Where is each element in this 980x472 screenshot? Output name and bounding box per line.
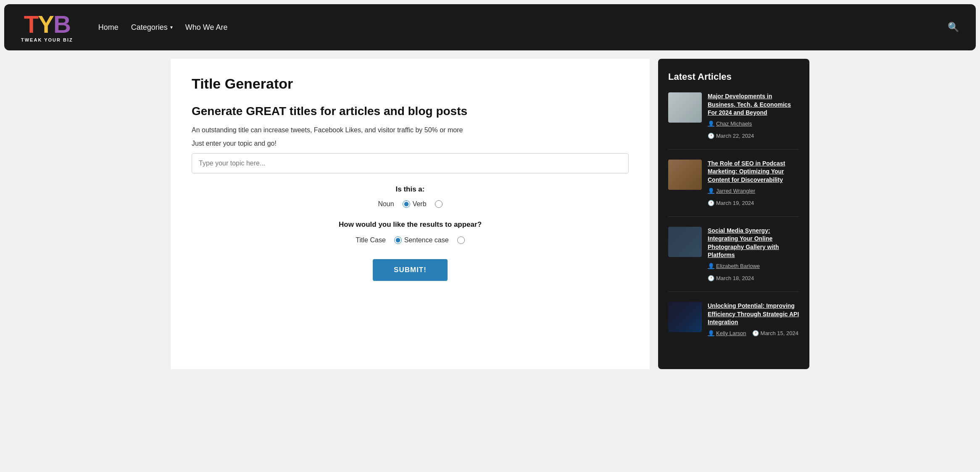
clock-icon: 🕐 xyxy=(752,330,759,336)
article-title-link[interactable]: Social Media Synergy: Integrating Your O… xyxy=(708,227,799,260)
article-thumbnail xyxy=(668,160,702,190)
article-meta: 👤 Chaz Michaels 🕐 March 22, 2024 xyxy=(708,121,799,139)
article-date: 🕐 March 22, 2024 xyxy=(708,133,754,139)
person-icon: 👤 xyxy=(708,263,714,269)
noun-label: Noun xyxy=(378,200,394,208)
sidebar-title: Latest Articles xyxy=(668,71,799,82)
clock-icon: 🕐 xyxy=(708,133,714,139)
description-2: Just enter your topic and go! xyxy=(192,140,629,147)
noun-verb-question: Is this a: xyxy=(192,185,629,194)
article-date: 🕐 March 19, 2024 xyxy=(708,200,754,206)
page-title: Title Generator xyxy=(192,76,629,92)
title-case-radio[interactable] xyxy=(457,236,465,244)
article-info: The Role of SEO in Podcast Marketing: Op… xyxy=(708,160,799,206)
submit-button[interactable]: SUBMIT! xyxy=(373,259,448,281)
clock-icon: 🕐 xyxy=(708,275,714,281)
clock-icon: 🕐 xyxy=(708,200,714,206)
logo-letters: TYB xyxy=(24,12,70,37)
noun-verb-radio-group: Noun Verb xyxy=(192,200,629,208)
noun-radio-input[interactable] xyxy=(435,200,443,208)
description-1: An outstanding title can increase tweets… xyxy=(192,126,629,134)
article-date: 🕐 March 15, 2024 xyxy=(752,330,798,336)
main-nav: Home Categories ▾ Who We Are xyxy=(98,23,228,32)
article-meta: 👤 Kelly Larson 🕐 March 15, 2024 xyxy=(708,330,799,336)
noun-radio-label[interactable]: Noun xyxy=(378,200,394,208)
nav-categories-label: Categories xyxy=(131,23,168,32)
sidebar: Latest Articles Major Developments in Bu… xyxy=(658,59,809,369)
logo-subtitle: TWEAK YOUR BIZ xyxy=(21,37,73,42)
topic-input[interactable] xyxy=(192,153,629,173)
sentence-case-radio[interactable] xyxy=(394,236,402,244)
chevron-down-icon: ▾ xyxy=(170,24,173,30)
nav-who-we-are[interactable]: Who We Are xyxy=(185,23,228,32)
title-case-text: Title Case xyxy=(356,236,385,244)
person-icon: 👤 xyxy=(708,188,714,194)
verb-radio-input[interactable] xyxy=(403,200,410,208)
article-info: Social Media Synergy: Integrating Your O… xyxy=(708,227,799,281)
sentence-case-label[interactable]: Sentence case xyxy=(394,236,449,244)
article-author[interactable]: 👤 Elizabeth Barlowe xyxy=(708,263,760,269)
person-icon: 👤 xyxy=(708,330,714,336)
article-item: Major Developments in Business, Tech, & … xyxy=(668,92,799,149)
header-left: TYB TWEAK YOUR BIZ Home Categories ▾ Who… xyxy=(21,12,228,42)
article-meta: 👤 Elizabeth Barlowe 🕐 March 18, 2024 xyxy=(708,263,799,281)
article-author[interactable]: 👤 Kelly Larson xyxy=(708,330,746,336)
article-author[interactable]: 👤 Chaz Michaels xyxy=(708,121,752,127)
subtitle: Generate GREAT titles for articles and b… xyxy=(192,105,629,118)
article-meta: 👤 Jarred Wrangler 🕐 March 19, 2024 xyxy=(708,188,799,206)
article-author[interactable]: 👤 Jarred Wrangler xyxy=(708,188,755,194)
verb-label: Verb xyxy=(413,200,427,208)
person-icon: 👤 xyxy=(708,121,714,127)
article-date: 🕐 March 18, 2024 xyxy=(708,275,754,281)
articles-list: Major Developments in Business, Tech, & … xyxy=(668,92,799,346)
results-question: How would you like the results to appear… xyxy=(192,220,629,229)
verb-radio-label[interactable]: Verb xyxy=(403,200,427,208)
article-item: Unlocking Potential: Improving Efficienc… xyxy=(668,302,799,346)
article-info: Major Developments in Business, Tech, & … xyxy=(708,92,799,139)
search-icon[interactable]: 🔍 xyxy=(948,22,959,33)
article-item: Social Media Synergy: Integrating Your O… xyxy=(668,227,799,292)
case-radio-group: Title Case Sentence case xyxy=(192,236,629,244)
article-title-link[interactable]: The Role of SEO in Podcast Marketing: Op… xyxy=(708,160,799,184)
content-area: Title Generator Generate GREAT titles fo… xyxy=(171,59,650,369)
article-thumbnail xyxy=(668,302,702,332)
nav-home[interactable]: Home xyxy=(98,23,119,32)
article-title-link[interactable]: Unlocking Potential: Improving Efficienc… xyxy=(708,302,799,327)
nav-categories[interactable]: Categories ▾ xyxy=(131,23,173,32)
article-title-link[interactable]: Major Developments in Business, Tech, & … xyxy=(708,92,799,117)
site-header: TYB TWEAK YOUR BIZ Home Categories ▾ Who… xyxy=(4,4,976,50)
site-logo[interactable]: TYB TWEAK YOUR BIZ xyxy=(21,12,73,42)
article-item: The Role of SEO in Podcast Marketing: Op… xyxy=(668,160,799,217)
main-container: Title Generator Generate GREAT titles fo… xyxy=(166,59,814,369)
article-info: Unlocking Potential: Improving Efficienc… xyxy=(708,302,799,336)
title-case-label[interactable]: Title Case xyxy=(356,236,385,244)
article-thumbnail xyxy=(668,227,702,257)
sentence-case-text: Sentence case xyxy=(404,236,449,244)
article-thumbnail xyxy=(668,92,702,123)
